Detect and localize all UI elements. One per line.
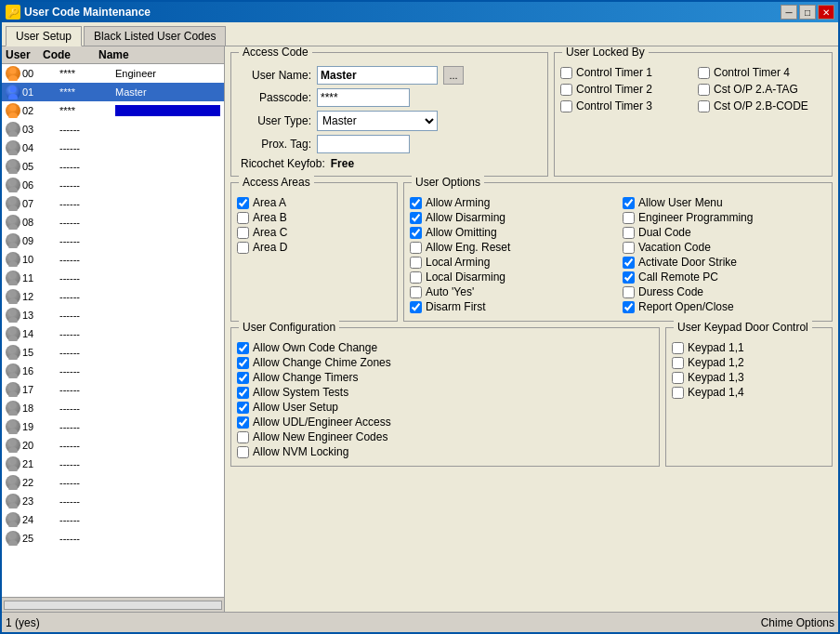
keypad-checkbox[interactable] <box>672 387 684 399</box>
user-code: ------ <box>59 198 115 209</box>
user-option-checkbox[interactable] <box>623 301 635 313</box>
user-row[interactable]: 19 ------ <box>2 417 224 436</box>
locked-by-checkbox[interactable] <box>698 84 710 96</box>
tab-user-setup[interactable]: User Setup <box>6 26 82 46</box>
user-option-label: Duress Code <box>638 285 703 298</box>
user-row[interactable]: 25 ------ <box>2 529 224 548</box>
dots-button[interactable]: ... <box>443 66 464 85</box>
user-row[interactable]: 11 ------ <box>2 269 224 287</box>
user-option-label: Allow Eng. Reset <box>426 241 510 254</box>
user-option-label: Report Open/Close <box>638 300 734 313</box>
user-option-checkbox[interactable] <box>623 271 635 284</box>
user-option-checkbox[interactable] <box>410 257 422 269</box>
user-row[interactable]: 05 ------ <box>2 157 224 176</box>
svg-point-4 <box>10 105 17 112</box>
keypad-checkbox[interactable] <box>672 372 684 384</box>
keypad-checkbox[interactable] <box>672 357 684 369</box>
user-row[interactable]: 10 ------ <box>2 250 224 269</box>
locked-by-item: Control Timer 2 <box>560 83 689 96</box>
user-row[interactable]: 18 ------ <box>2 399 224 417</box>
config-checkbox[interactable] <box>237 416 249 429</box>
user-row[interactable]: 02 **** <box>2 101 224 120</box>
user-code: ------ <box>59 179 115 191</box>
svg-point-38 <box>10 421 17 428</box>
user-row[interactable]: 22 ------ <box>2 473 224 492</box>
keypad-checkbox[interactable] <box>672 342 684 354</box>
user-option-checkbox[interactable] <box>623 286 635 298</box>
user-row[interactable]: 20 ------ <box>2 436 224 455</box>
user-option-checkbox[interactable] <box>410 286 422 298</box>
minimize-button[interactable]: ─ <box>781 5 797 20</box>
user-option-checkbox[interactable] <box>410 242 422 254</box>
area-checkbox[interactable] <box>237 197 249 209</box>
prox-tag-input[interactable] <box>317 135 410 153</box>
user-row[interactable]: 21 ------ <box>2 455 224 473</box>
passcode-input[interactable] <box>317 88 410 107</box>
user-row[interactable]: 12 ------ <box>2 287 224 306</box>
user-row[interactable]: 09 ------ <box>2 231 224 250</box>
user-row[interactable]: 00 **** Engineer <box>2 64 224 83</box>
user-type-select[interactable]: Master User Engineer <box>317 111 438 131</box>
user-row[interactable]: 08 ------ <box>2 213 224 231</box>
locked-by-checkbox[interactable] <box>698 100 710 112</box>
user-row[interactable]: 03 ------ <box>2 120 224 139</box>
user-option-checkbox[interactable] <box>410 271 422 284</box>
keypad-section: User Keypad Door Control Keypad 1,1Keypa… <box>665 327 833 467</box>
user-id: 00 <box>22 68 59 79</box>
config-checkbox[interactable] <box>237 342 249 354</box>
close-button[interactable]: ✕ <box>818 5 834 20</box>
user-option-checkbox[interactable] <box>623 212 635 224</box>
area-checkbox[interactable] <box>237 227 249 239</box>
horizontal-scrollbar[interactable] <box>2 597 224 612</box>
user-avatar <box>6 326 20 341</box>
svg-point-46 <box>10 495 17 502</box>
username-label: User Name: <box>237 69 311 82</box>
config-checkbox[interactable] <box>237 387 249 399</box>
user-code: ------ <box>59 347 115 358</box>
locked-by-checkbox[interactable] <box>560 84 572 96</box>
user-option-checkbox[interactable] <box>623 257 635 269</box>
username-input[interactable] <box>317 66 438 85</box>
user-option-checkbox[interactable] <box>623 242 635 254</box>
user-option-checkbox[interactable] <box>410 212 422 224</box>
user-row[interactable]: 14 ------ <box>2 324 224 343</box>
user-code: ------ <box>59 514 115 525</box>
user-avatar <box>6 122 20 137</box>
user-row[interactable]: 06 ------ <box>2 176 224 194</box>
maximize-button[interactable]: □ <box>799 5 816 20</box>
user-row[interactable]: 17 ------ <box>2 380 224 399</box>
locked-by-checkbox[interactable] <box>560 100 572 112</box>
tab-blacklisted[interactable]: Black Listed User Codes <box>84 26 226 46</box>
config-checkbox[interactable] <box>237 357 249 369</box>
user-row[interactable]: 24 ------ <box>2 510 224 529</box>
svg-point-0 <box>10 68 17 74</box>
user-option-checkbox[interactable] <box>410 227 422 239</box>
user-row[interactable]: 15 ------ <box>2 343 224 362</box>
svg-point-48 <box>10 514 17 521</box>
config-checkbox[interactable] <box>237 402 249 414</box>
config-checkbox[interactable] <box>237 446 249 458</box>
area-checkbox[interactable] <box>237 212 249 224</box>
user-list[interactable]: 00 **** Engineer 01 **** Master 02 **** <box>2 64 224 597</box>
user-row[interactable]: 07 ------ <box>2 194 224 213</box>
access-areas-section: Access Areas Area AArea BArea CArea D <box>230 182 398 322</box>
user-row[interactable]: 04 ------ <box>2 139 224 157</box>
config-checkbox[interactable] <box>237 372 249 384</box>
user-row[interactable]: 23 ------ <box>2 492 224 510</box>
locked-by-checkbox[interactable] <box>698 67 710 79</box>
area-checkbox[interactable] <box>237 242 249 254</box>
access-area-item: Area C <box>237 226 391 239</box>
user-row[interactable]: 16 ------ <box>2 362 224 380</box>
user-config-section: User Configuration Allow Own Code Change… <box>230 327 660 467</box>
user-option-checkbox[interactable] <box>410 301 422 313</box>
user-option-checkbox[interactable] <box>410 197 422 209</box>
user-id: 07 <box>22 198 59 209</box>
user-id: 08 <box>22 217 59 228</box>
config-checkbox[interactable] <box>237 431 249 443</box>
user-row[interactable]: 13 ------ <box>2 306 224 324</box>
user-option-checkbox[interactable] <box>623 227 635 239</box>
user-option-label: Activate Door Strike <box>638 256 737 269</box>
user-row[interactable]: 01 **** Master <box>2 83 224 101</box>
locked-by-checkbox[interactable] <box>560 67 572 79</box>
user-option-checkbox[interactable] <box>623 197 635 209</box>
